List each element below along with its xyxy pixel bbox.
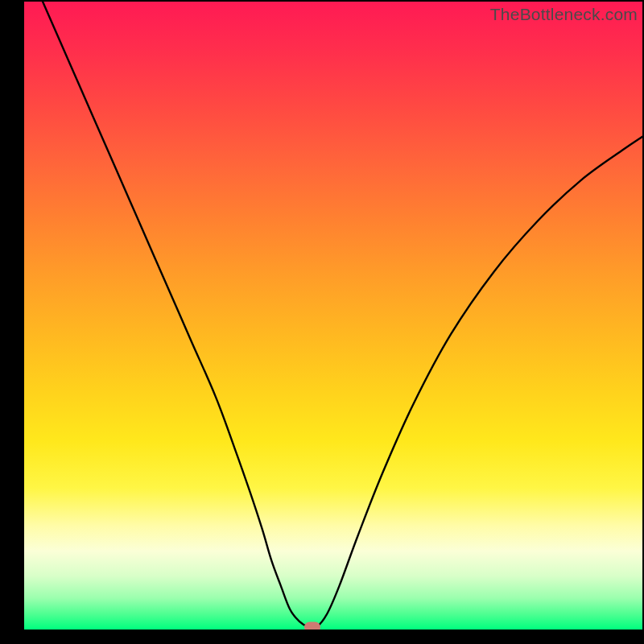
chart-frame: TheBottleneck.com [0, 0, 644, 644]
bottleneck-curve [24, 2, 642, 630]
optimal-marker [304, 621, 320, 630]
plot-area: TheBottleneck.com [24, 2, 642, 630]
watermark-text: TheBottleneck.com [490, 5, 638, 24]
